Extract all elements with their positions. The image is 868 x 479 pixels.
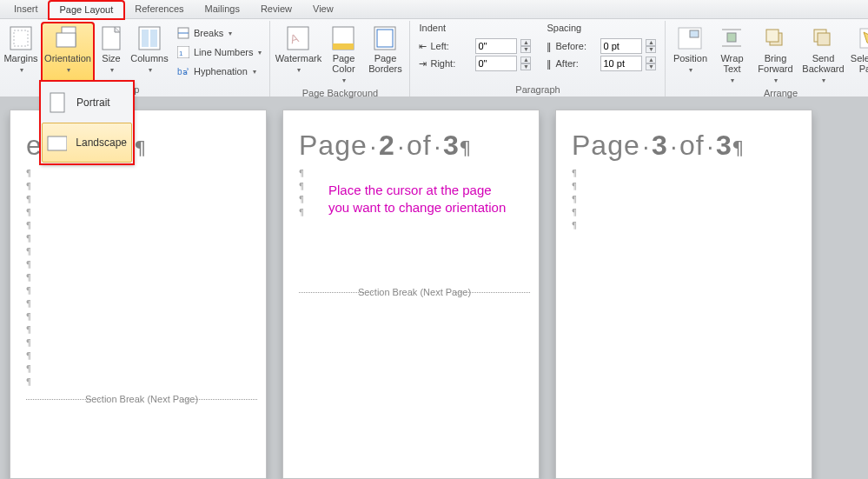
position-label: Position <box>673 53 707 63</box>
group-page-background: A Watermark ▾ Page Color ▾ Page Borders … <box>270 21 410 96</box>
indent-left-spinner[interactable]: ▲▼ <box>520 39 531 53</box>
send-backward-button[interactable]: Send Backward ▾ <box>799 23 846 87</box>
group-label: Paragraph <box>414 83 661 96</box>
page-borders-button[interactable]: Page Borders <box>364 23 406 87</box>
watermark-button[interactable]: A Watermark ▾ <box>274 23 322 87</box>
columns-label: Columns <box>130 53 168 63</box>
dropdown-arrow-icon: ▾ <box>110 65 114 76</box>
indent-right-label: Right: <box>430 58 472 69</box>
tab-view[interactable]: View <box>302 1 344 17</box>
bring-forward-button[interactable]: Bring Forward ▾ <box>752 23 798 87</box>
svg-rect-20 <box>690 30 699 37</box>
breaks-label: Breaks <box>194 28 223 38</box>
page-title: Page·2·of·3¶ <box>299 130 530 162</box>
svg-text:1: 1 <box>179 50 183 57</box>
tab-mailings[interactable]: Mailings <box>195 1 250 17</box>
ribbon-tabbar: Insert Page Layout References Mailings R… <box>0 0 868 19</box>
svg-rect-29 <box>50 93 64 112</box>
section-break: Section Break (Next Page) <box>299 287 530 297</box>
svg-rect-6 <box>142 30 149 47</box>
spacing-before-icon: ‖ <box>547 41 552 52</box>
svg-rect-27 <box>818 33 830 45</box>
dropdown-arrow-icon: ▾ <box>229 30 232 37</box>
orientation-menu: Portrait Landscape <box>40 81 134 164</box>
send-backward-label: Send Backward <box>802 53 844 74</box>
page-borders-label: Page Borders <box>367 53 403 74</box>
spacing-before-label: Before: <box>555 41 597 51</box>
spacing-after-input[interactable] <box>600 56 642 71</box>
page-color-label: Page Color <box>327 53 360 74</box>
bring-forward-label: Bring Forward <box>755 53 795 74</box>
margins-icon <box>7 25 35 51</box>
indent-header: Indent <box>419 23 531 35</box>
portrait-icon <box>47 91 68 114</box>
page-1[interactable]: e·1·of·3¶ ¶¶¶¶¶¶¶¶¶¶¶¶¶¶¶¶¶ Section Brea… <box>10 110 267 479</box>
svg-text:bẚ: bẚ <box>177 67 189 77</box>
page-2[interactable]: Page·2·of·3¶ ¶¶¶¶ Place the cursor at th… <box>282 110 540 479</box>
bring-forward-icon <box>761 25 789 51</box>
spacing-after-label: After: <box>555 58 597 69</box>
tab-page-layout[interactable]: Page Layout <box>49 1 125 19</box>
dropdown-arrow-icon: ▾ <box>258 49 262 57</box>
columns-button[interactable]: Columns ▾ <box>129 23 170 83</box>
watermark-icon: A <box>284 25 312 51</box>
indent-left-input[interactable] <box>475 38 517 54</box>
spacing-header: Spacing <box>547 23 656 35</box>
send-backward-icon <box>809 25 837 51</box>
svg-rect-3 <box>56 33 76 47</box>
size-button[interactable]: Size ▾ <box>96 23 127 83</box>
tab-review[interactable]: Review <box>250 1 302 17</box>
position-button[interactable]: Position ▾ <box>669 23 711 87</box>
breaks-button[interactable]: Breaks ▾ <box>172 24 266 42</box>
group-arrange: Position ▾ Wrap Text ▾ Bring Forward ▾ S… <box>666 21 868 96</box>
page-borders-icon <box>371 25 399 51</box>
orientation-label: Orientation <box>44 53 91 63</box>
orientation-button[interactable]: Orientation ▾ <box>42 23 94 83</box>
indent-left-label: Left: <box>430 41 472 51</box>
tab-insert[interactable]: Insert <box>3 1 49 17</box>
spacing-before-spinner[interactable]: ▲▼ <box>646 39 656 53</box>
dropdown-arrow-icon: ▾ <box>20 65 23 76</box>
page-3[interactable]: Page·3·of·3¶ ¶¶¶¶¶ <box>555 110 812 479</box>
margins-button[interactable]: Margins ▾ <box>2 23 40 83</box>
watermark-label: Watermark <box>275 53 321 63</box>
hyphenation-icon: bẚ <box>176 64 190 78</box>
orientation-portrait[interactable]: Portrait <box>42 83 132 123</box>
orientation-portrait-label: Portrait <box>76 96 110 109</box>
indent-right-input[interactable] <box>475 56 517 71</box>
svg-rect-17 <box>374 27 395 50</box>
page-title: Page·3·of·3¶ <box>572 130 803 162</box>
indent-right-spinner[interactable]: ▲▼ <box>520 57 531 70</box>
wrap-text-label: Wrap Text <box>715 53 748 74</box>
spacing-after-spinner[interactable]: ▲▼ <box>646 57 656 70</box>
dropdown-arrow-icon: ▾ <box>689 65 692 76</box>
paragraph-marks: ¶¶¶¶¶ <box>572 162 803 232</box>
wrap-text-icon <box>718 25 745 51</box>
tab-references[interactable]: References <box>124 1 194 17</box>
group-paragraph: Indent ⇤ Left: ▲▼ ⇥ Right: ▲▼ Spacing ‖ … <box>410 21 666 96</box>
dropdown-arrow-icon: ▾ <box>67 65 70 76</box>
group-label: Page Background <box>274 87 406 100</box>
line-numbers-button[interactable]: 1 Line Numbers ▾ <box>172 43 266 61</box>
orientation-landscape-label: Landscape <box>76 136 127 149</box>
dropdown-arrow-icon: ▾ <box>731 76 734 86</box>
svg-rect-21 <box>727 33 736 42</box>
group-label: Arrange <box>669 87 868 100</box>
hyphenation-button[interactable]: bẚ Hyphenation ▾ <box>172 63 266 80</box>
dropdown-arrow-icon: ▾ <box>297 65 301 76</box>
orientation-landscape[interactable]: Landscape <box>42 123 132 163</box>
dropdown-arrow-icon: ▾ <box>149 65 152 76</box>
breaks-icon <box>176 26 190 40</box>
indent-left-icon: ⇤ <box>419 41 427 52</box>
page-color-button[interactable]: Page Color ▾ <box>324 23 362 87</box>
wrap-text-button[interactable]: Wrap Text ▾ <box>712 23 751 87</box>
position-icon <box>676 25 704 51</box>
columns-icon <box>136 25 163 51</box>
section-break: Section Break (Next Page) <box>26 394 257 404</box>
selection-pane-button[interactable]: Selection Pane <box>848 23 868 87</box>
annotation: Place the cursor at the pageyou want to … <box>328 182 506 216</box>
dropdown-arrow-icon: ▾ <box>342 76 346 86</box>
spacing-before-input[interactable] <box>600 38 642 54</box>
line-numbers-label: Line Numbers <box>194 47 253 57</box>
dropdown-arrow-icon: ▾ <box>253 68 256 76</box>
